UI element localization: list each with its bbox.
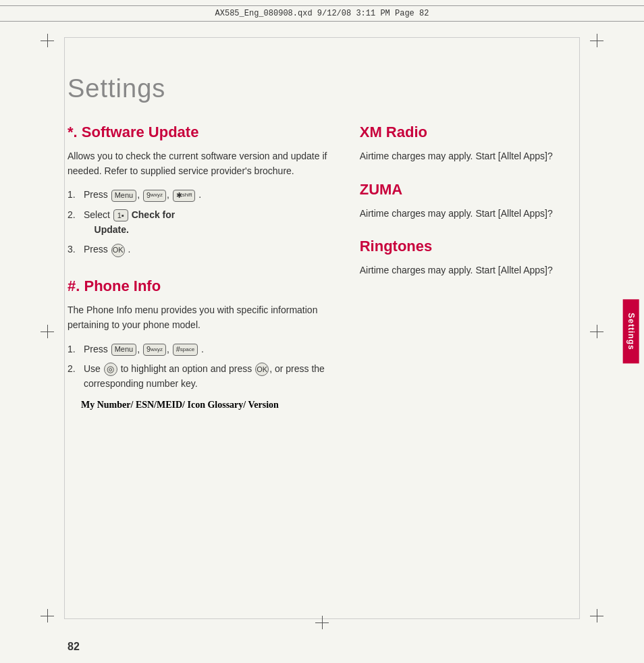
zuma-body: Airtime charges may apply. Start [Alltel…	[360, 207, 576, 221]
shift-icon: ✱shift	[173, 190, 196, 202]
xm-radio-section: XM Radio Airtime charges may apply. Star…	[360, 124, 576, 164]
phone-info-items: My Number/ ESN/MEID/ Icon Glossary/ Vers…	[81, 398, 333, 410]
software-update-section: *. Software Update Allows you to check t…	[68, 124, 333, 257]
page-title: Settings	[68, 74, 576, 103]
step2-content: Select 1▪ Check for Update.	[84, 208, 333, 237]
sidebar-tab: Settings	[622, 299, 639, 363]
phone-info-body: The Phone Info menu provides you with sp…	[68, 303, 333, 332]
page-number: 82	[68, 641, 80, 653]
9wxyz-icon-2: 9wxyz	[143, 344, 166, 356]
corner-mark-br	[590, 609, 603, 622]
step3-num: 3.	[68, 242, 81, 257]
phone-info-step2: 2. Use ◎ to highlight an option and pres…	[68, 362, 333, 391]
xm-radio-heading: XM Radio	[360, 124, 576, 141]
phone-step1-content: Press Menu, 9wxyz, #space .	[84, 342, 333, 357]
ringtones-body: Airtime charges may apply. Start [Alltel…	[360, 263, 576, 278]
phone-step2-num: 2.	[68, 362, 81, 377]
ringtones-section: Ringtones Airtime charges may apply. Sta…	[360, 238, 576, 278]
zuma-section: ZUMA Airtime charges may apply. Start [A…	[360, 181, 576, 221]
main-content: Settings *. Software Update Allows you t…	[68, 34, 576, 616]
step2-num: 2.	[68, 208, 81, 223]
software-update-step2: 2. Select 1▪ Check for Update.	[68, 208, 333, 237]
header-file-info: AX585_Eng_080908.qxd 9/12/08 3:11 PM Pag…	[215, 9, 429, 18]
header-bar: AX585_Eng_080908.qxd 9/12/08 3:11 PM Pag…	[0, 5, 644, 22]
left-border-line	[64, 37, 65, 619]
software-update-step3: 3. Press OK .	[68, 242, 333, 257]
step1-content: Press Menu, 9wxyz, ✱shift .	[84, 188, 333, 203]
side-mark-right	[590, 325, 603, 338]
corner-mark-tr	[590, 34, 603, 47]
phone-info-section: #. Phone Info The Phone Info menu provid…	[68, 277, 333, 410]
phone-info-items-text: My Number/ ESN/MEID/ Icon Glossary/ Vers…	[81, 400, 279, 410]
1-icon: 1▪	[113, 209, 128, 221]
side-mark-left	[41, 325, 54, 338]
ringtones-heading: Ringtones	[360, 238, 576, 255]
software-update-step1: 1. Press Menu, 9wxyz, ✱shift .	[68, 188, 333, 203]
left-column: *. Software Update Allows you to check t…	[68, 124, 333, 616]
ok-icon-2: OK	[255, 363, 269, 376]
bottom-mark	[315, 616, 329, 629]
xm-radio-body: Airtime charges may apply. Start [Alltel…	[360, 149, 576, 164]
zuma-heading: ZUMA	[360, 181, 576, 198]
right-border-line	[579, 37, 580, 619]
corner-mark-tl	[41, 34, 54, 47]
step3-content: Press OK .	[84, 242, 333, 257]
nav-icon: ◎	[104, 363, 117, 376]
hash-space-icon: #space	[173, 344, 198, 356]
right-column: XM Radio Airtime charges may apply. Star…	[360, 124, 576, 616]
phone-info-heading: #. Phone Info	[68, 277, 333, 295]
menu-icon-2: Menu	[111, 344, 137, 356]
software-update-heading: *. Software Update	[68, 124, 333, 141]
two-column-layout: *. Software Update Allows you to check t…	[68, 124, 576, 616]
software-update-body: Allows you to check the current software…	[68, 149, 333, 178]
menu-icon: Menu	[111, 190, 137, 202]
ok-icon-1: OK	[111, 244, 125, 257]
check-for-update-text: Check for Update.	[84, 209, 175, 235]
step1-num: 1.	[68, 188, 81, 203]
phone-step2-content: Use ◎ to highlight an option and press O…	[84, 362, 333, 391]
page: AX585_Eng_080908.qxd 9/12/08 3:11 PM Pag…	[0, 0, 644, 663]
9wxyz-icon: 9wxyz	[143, 190, 166, 202]
phone-step1-num: 1.	[68, 342, 81, 357]
phone-info-step1: 1. Press Menu, 9wxyz, #space .	[68, 342, 333, 357]
corner-mark-bl	[41, 609, 54, 622]
